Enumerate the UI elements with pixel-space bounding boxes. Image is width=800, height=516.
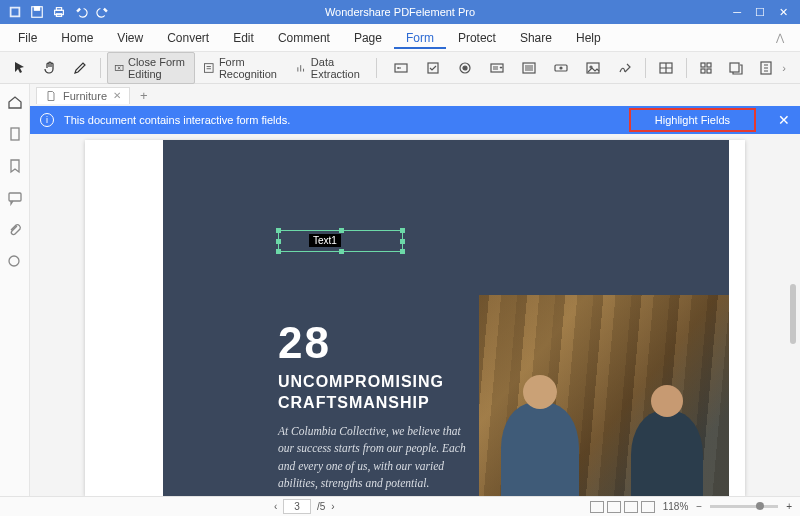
zoom-out-icon[interactable]: − xyxy=(696,501,702,512)
comments-icon[interactable] xyxy=(7,190,23,206)
home-icon[interactable] xyxy=(7,94,23,110)
radio-tool[interactable] xyxy=(451,56,479,80)
menu-bar: File Home View Convert Edit Comment Page… xyxy=(0,24,800,52)
redo-icon[interactable] xyxy=(96,5,110,19)
menu-convert[interactable]: Convert xyxy=(155,27,221,49)
left-sidebar xyxy=(0,84,30,496)
info-icon: i xyxy=(40,113,54,127)
zoom-in-icon[interactable]: + xyxy=(786,501,792,512)
zoom-slider[interactable] xyxy=(710,505,778,508)
pdf-page: Text1 28 UNCOMPROMISING CRAFTSMANSHIP At… xyxy=(85,140,745,496)
next-page-icon[interactable]: › xyxy=(331,501,334,512)
svg-rect-21 xyxy=(707,63,711,67)
more-fields-tool[interactable] xyxy=(722,56,750,80)
text-field[interactable]: Text1 xyxy=(278,230,403,252)
document-tab-label: Furniture xyxy=(63,90,107,102)
page-photo xyxy=(479,295,729,496)
file-icon xyxy=(45,90,57,102)
button-tool[interactable] xyxy=(547,56,575,80)
menu-file[interactable]: File xyxy=(6,27,49,49)
page-navigator: ‹ 3 /5 › xyxy=(274,499,335,514)
svg-rect-10 xyxy=(428,63,438,73)
toolbar-more-icon[interactable]: › xyxy=(782,62,794,74)
status-bar: ‹ 3 /5 › 118% − + xyxy=(0,496,800,516)
form-recognition-label: Form Recognition xyxy=(219,56,282,80)
highlight-fields-button[interactable]: Highlight Fields xyxy=(629,108,756,132)
view-facing-icon[interactable] xyxy=(624,501,638,513)
svg-point-16 xyxy=(560,67,562,69)
svg-rect-20 xyxy=(701,63,705,67)
thumbnails-icon[interactable] xyxy=(7,126,23,142)
view-cont-facing-icon[interactable] xyxy=(641,501,655,513)
undo-icon[interactable] xyxy=(74,5,88,19)
close-tab-icon[interactable]: ✕ xyxy=(113,90,121,101)
view-continuous-icon[interactable] xyxy=(607,501,621,513)
menu-protect[interactable]: Protect xyxy=(446,27,508,49)
banner-close-icon[interactable]: ✕ xyxy=(766,112,790,128)
checkbox-tool[interactable] xyxy=(419,56,447,80)
page-current-input[interactable]: 3 xyxy=(283,499,311,514)
svg-point-28 xyxy=(9,256,19,266)
signature-tool[interactable] xyxy=(611,56,639,80)
menu-comment[interactable]: Comment xyxy=(266,27,342,49)
svg-rect-8 xyxy=(205,63,214,72)
close-form-editing-label: Close Form Editing xyxy=(128,56,188,80)
page-paragraph-1: At Columbia Collective, we believe that … xyxy=(278,423,478,492)
vertical-scrollbar[interactable] xyxy=(790,284,796,344)
svg-rect-27 xyxy=(9,193,21,201)
svg-rect-22 xyxy=(701,69,705,73)
svg-rect-26 xyxy=(11,128,19,140)
page-big-number: 28 xyxy=(278,318,331,368)
form-recognition-button[interactable]: Form Recognition xyxy=(197,52,287,84)
app-logo-icon xyxy=(8,5,22,19)
zoom-value: 118% xyxy=(663,501,689,512)
menu-help[interactable]: Help xyxy=(564,27,613,49)
save-icon[interactable] xyxy=(30,5,44,19)
maximize-icon[interactable]: ☐ xyxy=(755,6,765,19)
svg-rect-5 xyxy=(56,8,61,11)
bookmarks-icon[interactable] xyxy=(7,158,23,174)
template-tool[interactable] xyxy=(752,56,780,80)
hand-tool[interactable] xyxy=(36,56,64,80)
menu-home[interactable]: Home xyxy=(49,27,105,49)
combobox-tool[interactable] xyxy=(483,56,511,80)
window-title: Wondershare PDFelement Pro xyxy=(325,6,475,18)
title-bar: Wondershare PDFelement Pro ─ ☐ ✕ xyxy=(0,0,800,24)
field-label: Text1 xyxy=(309,234,341,247)
image-field-tool[interactable] xyxy=(579,56,607,80)
select-tool[interactable] xyxy=(6,56,34,80)
svg-rect-1 xyxy=(12,9,19,16)
document-canvas[interactable]: Text1 28 UNCOMPROMISING CRAFTSMANSHIP At… xyxy=(30,134,800,496)
view-mode-group xyxy=(590,501,655,513)
data-extraction-button[interactable]: Data Extraction xyxy=(289,52,370,84)
document-tab[interactable]: Furniture ✕ xyxy=(36,87,130,104)
menu-view[interactable]: View xyxy=(105,27,155,49)
svg-rect-3 xyxy=(34,7,39,11)
document-tabs: Furniture ✕ + xyxy=(30,84,800,106)
close-form-editing-button[interactable]: Close Form Editing xyxy=(107,52,196,84)
svg-rect-23 xyxy=(707,69,711,73)
search-panel-icon[interactable] xyxy=(7,254,23,270)
close-window-icon[interactable]: ✕ xyxy=(779,6,788,19)
print-icon[interactable] xyxy=(52,5,66,19)
menu-page[interactable]: Page xyxy=(342,27,394,49)
text-field-tool[interactable] xyxy=(387,56,415,80)
align-tool[interactable] xyxy=(692,56,720,80)
page-total: /5 xyxy=(317,501,325,512)
page-heading: UNCOMPROMISING CRAFTSMANSHIP xyxy=(278,372,444,414)
svg-rect-24 xyxy=(730,63,739,72)
edit-tool[interactable] xyxy=(66,56,94,80)
menu-edit[interactable]: Edit xyxy=(221,27,266,49)
menu-share[interactable]: Share xyxy=(508,27,564,49)
banner-message: This document contains interactive form … xyxy=(64,114,290,126)
view-single-icon[interactable] xyxy=(590,501,604,513)
prev-page-icon[interactable]: ‹ xyxy=(274,501,277,512)
minimize-icon[interactable]: ─ xyxy=(733,6,741,19)
collapse-ribbon-icon[interactable]: ⋀ xyxy=(776,32,794,43)
attachments-icon[interactable] xyxy=(7,222,23,238)
listbox-tool[interactable] xyxy=(515,56,543,80)
menu-form[interactable]: Form xyxy=(394,27,446,49)
form-properties-tool[interactable] xyxy=(652,56,680,80)
data-extraction-label: Data Extraction xyxy=(311,56,365,80)
new-tab-button[interactable]: + xyxy=(134,88,154,103)
